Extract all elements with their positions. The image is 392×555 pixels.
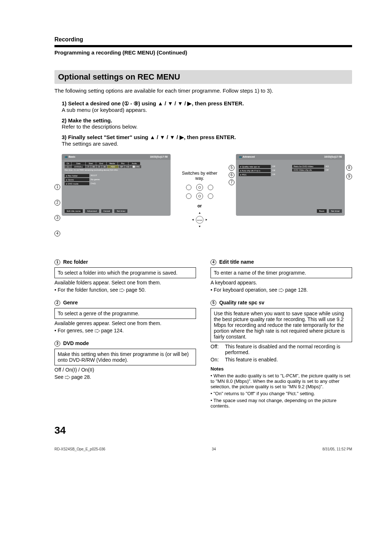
list-val: Off — [271, 165, 277, 168]
col: Pict. — [118, 162, 128, 165]
item-num: 1 — [54, 259, 60, 265]
callout-num: 4 — [54, 231, 60, 236]
callout-num: 3 — [54, 215, 60, 221]
item-box: To enter a name of the timer programme. — [211, 267, 352, 278]
item-bullet: For keyboard operation, see page 128. — [211, 287, 352, 293]
item-num: 2 — [54, 300, 60, 306]
callout-num: 9 — [346, 174, 352, 179]
page-number: 34 — [54, 425, 352, 436]
cell: 10/30(Su) — [72, 165, 85, 168]
item-after: Available genres appear. Select one from… — [54, 320, 196, 326]
item-num: 3 — [54, 341, 60, 347]
item-num: 5 — [211, 300, 216, 306]
list-val: No genre — [89, 178, 101, 181]
item-title: Quality rate spc sv — [219, 300, 265, 305]
note-item: When the audio quality is set to "L-PCM"… — [211, 373, 352, 389]
step-head: 1) Select a desired one (① - ⑨) using ▲ … — [62, 100, 244, 106]
col: Date — [72, 162, 85, 165]
list-label: ▸ Auto chp div if no s — [239, 169, 271, 172]
footer-right: 8/31/05, 11:52 PM — [322, 447, 352, 451]
screen-btn: Cancel — [101, 209, 113, 213]
list-val: Off — [324, 169, 330, 171]
screen-label: 📺 Basic — [65, 155, 75, 158]
intro-text: The following setting options are availa… — [54, 88, 352, 94]
advanced-screen: 📺 Advanced 10/23(Su)17:50 ▸ Quality rate… — [236, 154, 345, 216]
step-body: A sub menu (or keyboard) appears. — [62, 107, 352, 113]
pageref-arrow-icon — [119, 287, 124, 291]
cell: 8 — [97, 165, 102, 168]
screen-label: 📺 Advanced — [239, 155, 255, 158]
screen-btn: Basic — [317, 209, 327, 213]
note-item: "On" returns to "Off" if you change "Pic… — [211, 391, 352, 396]
callout-num: 5 — [229, 165, 234, 171]
item-after: A keyboard appears. — [211, 280, 352, 285]
list-val: ROOT — [89, 174, 98, 177]
screen-timestamp: 10/23(Su)17:50 — [150, 155, 168, 158]
cell: 7 — [86, 165, 91, 168]
svg-point-7 — [208, 194, 213, 199]
list-val: Off — [271, 173, 277, 176]
callout-num: 8 — [346, 165, 352, 171]
list-val: Off — [271, 169, 277, 172]
callout-num: 7 — [229, 179, 234, 185]
callout-num: 1 — [54, 184, 60, 190]
callouts-left: 1 2 3 4 — [54, 154, 60, 241]
list-label: ▸ PDC — [239, 173, 271, 176]
item-bullet: See page 28. — [54, 374, 196, 380]
item-after: Available folders appear. Select one fro… — [54, 280, 196, 285]
list-val: 4:3 — [324, 165, 330, 168]
item-title: Rec folder — [63, 259, 88, 265]
steps-list: 1) Select a desired one (① - ⑨) using ▲ … — [54, 100, 352, 147]
callout-num: 2 — [54, 200, 60, 206]
opt-row: On:This feature is enabled. — [211, 357, 352, 362]
list-label: Ratio for DVD-Video — [292, 165, 324, 168]
cell: 30 — [102, 165, 107, 168]
list-val: On(I) — [89, 182, 97, 185]
svg-point-5 — [196, 193, 203, 199]
svg-point-6 — [199, 195, 201, 197]
opt-row: Off:This feature is disabled and the nor… — [211, 344, 352, 355]
callouts-right: 8 9 — [346, 154, 352, 180]
callouts-mid: 5 6 7 — [229, 154, 234, 186]
notes-list: When the audio quality is set to "L-PCM"… — [211, 373, 352, 409]
list-label: ▸ Quality rate spc sv — [239, 165, 271, 168]
svg-point-3 — [208, 185, 213, 190]
notes-head: Notes — [211, 366, 352, 372]
footer-mid: 34 — [212, 447, 216, 451]
remote-icon — [183, 183, 216, 201]
cell: ⬜D/M1 — [131, 165, 141, 168]
note-item: The space used may not change, depending… — [211, 398, 352, 409]
item-box: Make this setting when this timer progra… — [54, 349, 196, 365]
svg-point-2 — [199, 186, 201, 189]
list-label: ▸ Rec folder — [65, 174, 89, 177]
step-head: 3) Finally select "Set timer" using ▲ / … — [62, 134, 236, 140]
list-label: ▸ Genre — [65, 178, 89, 181]
callout-num: 6 — [229, 172, 234, 178]
divider — [54, 45, 352, 47]
item-title: Genre — [63, 300, 78, 305]
item-title: DVD mode — [63, 340, 89, 346]
right-col: 4 Edit title name To enter a name of the… — [211, 252, 352, 410]
item-bullet: For genres, see page 124. — [54, 328, 196, 333]
cell: 1 — [65, 165, 71, 168]
step-body: The settings are saved. — [62, 141, 352, 147]
item-after: Off / On(I) / On(II) — [54, 367, 196, 373]
dpad-icon: ENTER — [191, 211, 209, 229]
step-body: Refer to the descriptions below. — [62, 123, 352, 130]
footer: RD-XS24SB_Ope_E_p025-036 34 8/31/05, 11:… — [54, 447, 352, 451]
svg-point-1 — [196, 184, 203, 191]
or-label: or — [197, 203, 202, 208]
pageref-arrow-icon — [279, 287, 284, 291]
cell: 4.6 — [125, 165, 131, 168]
item-title: Edit title name — [219, 259, 254, 265]
svg-point-4 — [186, 194, 191, 199]
page-title: Optional settings on REC MENU — [54, 70, 352, 84]
col: Media — [107, 162, 118, 165]
item-box: To select a genre of the programme. — [54, 308, 196, 319]
screen-timestamp: 10/23(Su)17:50 — [324, 155, 342, 158]
item-box: Use this feature when you want to save s… — [211, 308, 352, 342]
left-col: 1 Rec folder To select a folder into whi… — [54, 252, 196, 410]
subheader: Programming a recording (REC MENU) (Cont… — [54, 49, 352, 56]
col: Ch — [65, 162, 71, 165]
svg-point-0 — [186, 185, 191, 190]
